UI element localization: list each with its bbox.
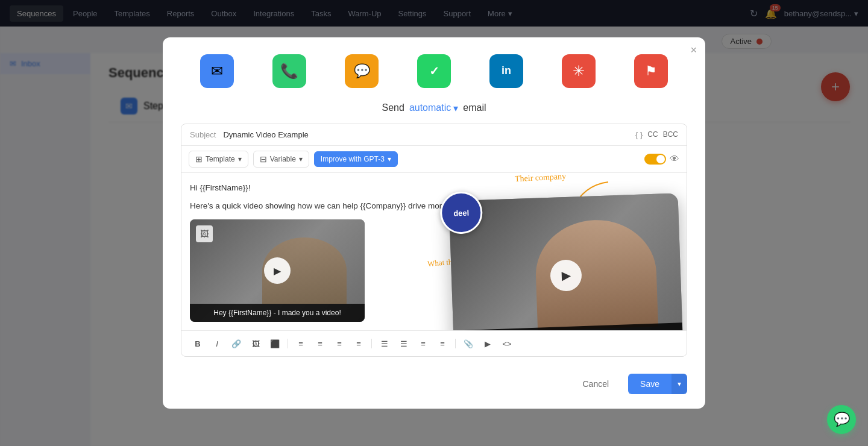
channel-linkedin-icon[interactable]: in	[489, 54, 523, 88]
preview-play-button[interactable]: ▶	[550, 259, 582, 292]
preview-caption: Hey Alex - I made you a video!	[453, 322, 683, 330]
annotation-what-they-see: What they see	[427, 256, 472, 269]
variable-dropdown[interactable]: ⊟ Variable ▾	[253, 151, 309, 168]
format-link[interactable]: 🔗	[228, 336, 244, 351]
format-code[interactable]: <>	[499, 336, 515, 351]
close-button[interactable]: ×	[690, 45, 697, 55]
template-dropdown[interactable]: ⊞ Template ▾	[189, 151, 248, 168]
template-icon: ⊞	[195, 154, 203, 164]
preview-card-inner: ▶ Hey Alex - I made you a video!	[449, 193, 684, 330]
send-prefix: Send	[382, 102, 404, 113]
save-button-group: Save ▾	[628, 374, 687, 394]
format-toolbar: B I 🔗 🖼 ⬛ ≡ ≡ ≡ ≡ ☰ ☰ ≡ ≡ 📎 ▶ <>	[181, 330, 687, 356]
cc-label[interactable]: CC	[647, 130, 658, 139]
format-indent[interactable]: ≡	[415, 336, 431, 351]
channel-phone-icon[interactable]: 📞	[272, 54, 306, 88]
fmt-divider-3	[455, 339, 456, 348]
subject-actions: { } CC BCC	[635, 130, 678, 139]
body-line1: Hi {{FirstName}}!	[190, 181, 678, 195]
channel-whatsapp-icon[interactable]: ✓	[417, 54, 451, 88]
fmt-divider-2	[371, 339, 372, 348]
brace-icon: { }	[635, 130, 643, 139]
subject-input[interactable]: Dynamic Video Example	[223, 130, 628, 139]
compose-body[interactable]: Hi {{FirstName}}! Here's a quick video s…	[181, 173, 687, 330]
format-italic[interactable]: I	[209, 336, 225, 351]
eye-icon[interactable]: 👁	[670, 154, 679, 165]
compose-modal: × ✉ 📞 💬 ✓ in ✳ ⚑ Send automatic ▾ email …	[163, 37, 705, 409]
modal-overlay: × ✉ 📞 💬 ✓ in ✳ ⚑ Send automatic ▾ email …	[0, 0, 868, 446]
format-align-justify[interactable]: ≡	[351, 336, 366, 351]
format-align-left[interactable]: ≡	[293, 336, 309, 351]
chat-fab-button[interactable]: 💬	[827, 405, 856, 434]
format-bold[interactable]: B	[190, 336, 206, 351]
bcc-label[interactable]: BCC	[663, 130, 678, 139]
video-caption: Hey {{FirstName}} - I made you a video!	[190, 304, 365, 322]
preview-card: deel ▶ Hey Alex - I made you a video!	[449, 193, 684, 330]
send-row: Send automatic ▾ email	[181, 102, 687, 114]
deel-logo: deel	[439, 191, 483, 234]
channel-row: ✉ 📞 💬 ✓ in ✳ ⚑	[181, 54, 687, 88]
format-image[interactable]: 🖼	[248, 336, 263, 351]
format-outdent[interactable]: ≡	[435, 336, 450, 351]
toggle-thumb	[656, 155, 665, 163]
toggle-track[interactable]	[644, 154, 666, 165]
format-video[interactable]: ▶	[480, 336, 495, 351]
cancel-button[interactable]: Cancel	[570, 374, 621, 394]
subject-label: Subject	[190, 130, 216, 139]
fmt-divider-1	[288, 339, 288, 348]
format-align-right[interactable]: ≡	[332, 336, 347, 351]
compose-box: Subject Dynamic Video Example { } CC BCC…	[181, 124, 687, 357]
preview-toggle[interactable]: 👁	[644, 154, 679, 165]
video-thumbnail[interactable]: 🖼 ▶ Hey {{FirstName}} - I made you a vid…	[190, 219, 365, 322]
channel-sms-icon[interactable]: 💬	[345, 54, 379, 88]
body-line2: Here's a quick video showing how we can …	[190, 199, 678, 213]
format-image2[interactable]: ⬛	[267, 336, 283, 351]
annotation-area: Their company What they see	[427, 173, 687, 330]
video-play-button[interactable]: ▶	[264, 257, 291, 284]
format-attachment[interactable]: 📎	[461, 336, 476, 351]
svg-marker-1	[529, 292, 533, 300]
channel-asterisk-icon[interactable]: ✳	[562, 54, 596, 88]
gpt-button[interactable]: Improve with GPT-3 ▾	[314, 151, 398, 167]
format-bullet-list[interactable]: ☰	[377, 336, 392, 351]
toolbar-row: ⊞ Template ▾ ⊟ Variable ▾ Improve with G…	[181, 146, 687, 173]
send-suffix: email	[463, 102, 486, 113]
save-dropdown-arrow[interactable]: ▾	[671, 374, 687, 394]
save-button[interactable]: Save	[628, 374, 671, 394]
subject-row: Subject Dynamic Video Example { } CC BCC	[181, 124, 687, 146]
modal-footer: Cancel Save ▾	[181, 364, 687, 394]
channel-flag-icon[interactable]: ⚑	[634, 54, 668, 88]
video-img-icon: 🖼	[196, 225, 213, 242]
format-align-center[interactable]: ≡	[312, 336, 328, 351]
variable-icon: ⊟	[260, 154, 267, 164]
send-mode-dropdown[interactable]: automatic ▾	[409, 102, 458, 114]
channel-email-icon[interactable]: ✉	[200, 54, 234, 88]
format-ordered-list[interactable]: ☰	[396, 336, 412, 351]
